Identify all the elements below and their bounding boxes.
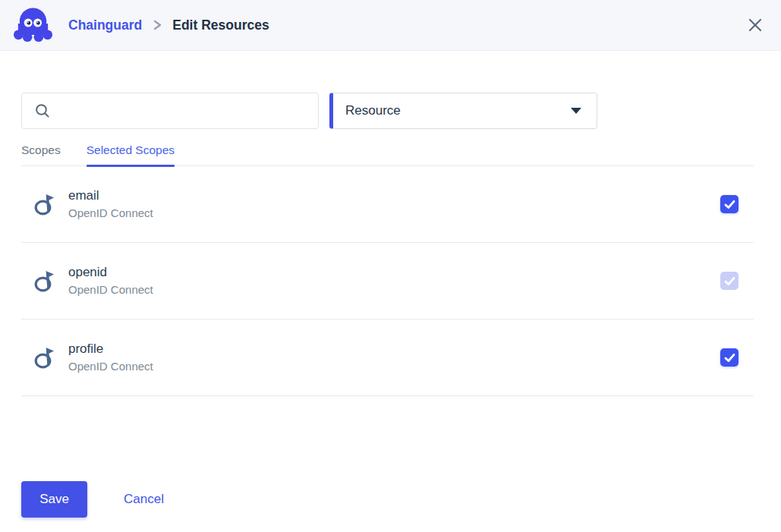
checkmark-icon [724,200,735,209]
scope-checkbox-profile[interactable] [720,348,738,367]
search-box[interactable] [21,93,319,129]
scope-row-email: email OpenID Connect [21,166,754,243]
search-input[interactable] [58,93,309,128]
close-button[interactable] [743,13,767,37]
dialog-body: Resource Scopes Selected Scopes email [0,93,781,518]
close-icon [748,17,763,33]
search-icon [34,102,51,119]
dialog-header: Chainguard Edit Resources [0,0,781,51]
scope-row-profile: profile OpenID Connect [21,320,754,396]
scope-name: openid [68,264,153,281]
openid-connect-icon [33,345,56,370]
scope-tabs: Scopes Selected Scopes [21,143,754,166]
scope-name: email [68,187,153,204]
scope-row-openid: openid OpenID Connect [21,243,754,320]
chevron-right-icon [152,18,162,32]
openid-connect-icon [33,192,56,216]
tab-scopes[interactable]: Scopes [21,143,61,165]
cancel-button[interactable]: Cancel [124,492,164,507]
chevron-down-icon [571,108,581,114]
scope-name: profile [68,341,153,357]
dialog-actions: Save Cancel [21,481,754,518]
scope-provider: OpenID Connect [68,359,153,374]
scope-list: email OpenID Connect openid [21,166,754,396]
page-title: Edit Resources [172,17,269,33]
scope-provider: OpenID Connect [68,282,153,297]
scope-text: profile OpenID Connect [68,341,153,374]
scope-text: openid OpenID Connect [68,264,153,297]
chainguard-logo-icon [12,5,54,45]
breadcrumb-brand-link[interactable]: Chainguard [68,17,142,33]
scope-checkbox-openid [720,272,738,290]
save-button[interactable]: Save [21,481,87,518]
scope-text: email OpenID Connect [68,187,153,221]
openid-connect-icon [33,269,56,293]
scope-checkbox-email[interactable] [720,195,738,213]
resource-dropdown-value: Resource [345,103,571,118]
resource-dropdown[interactable]: Resource [329,93,597,129]
tab-selected-scopes[interactable]: Selected Scopes [87,143,175,165]
checkmark-icon [724,276,735,286]
scope-provider: OpenID Connect [68,206,153,221]
filter-row: Resource [21,93,754,129]
checkmark-icon [724,353,735,363]
